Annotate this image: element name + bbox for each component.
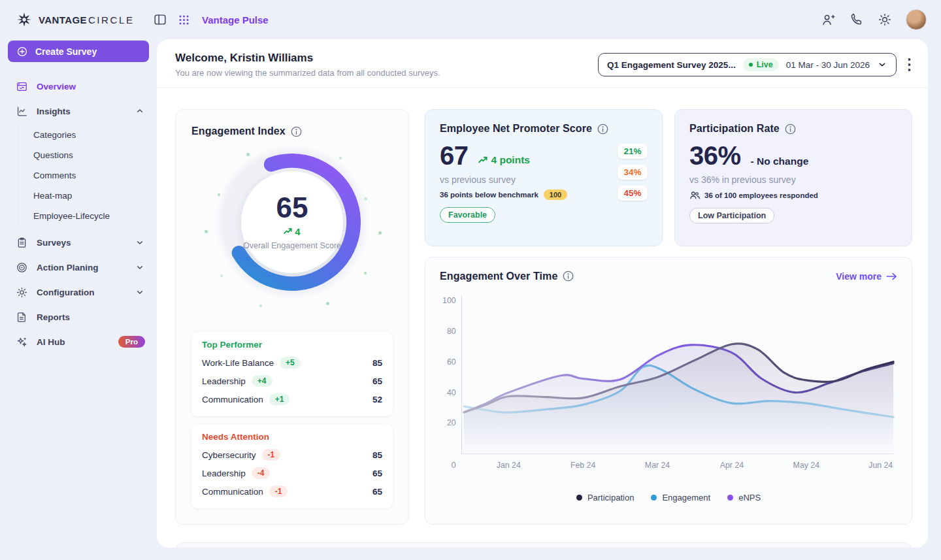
topbar: VANTAGECIRCLE Vantage Pulse [0, 0, 941, 39]
decorative-dot [339, 157, 342, 159]
needs-attention-card: Needs Attention Cybersecurity -1 85 Lead… [191, 424, 393, 508]
sidebar-subitem-questions[interactable]: Questions [18, 145, 157, 165]
decorative-dot [364, 197, 367, 201]
sidebar-toggle-icon[interactable] [153, 12, 167, 27]
configuration-icon [16, 286, 28, 299]
legend-item-enps[interactable]: eNPS [727, 493, 761, 502]
trending-up-icon [284, 227, 292, 236]
engagement-score-label: Overall Engagement Score [240, 240, 344, 252]
sidebar-item-surveys[interactable]: Surveys [0, 230, 157, 255]
chevron-down-icon[interactable] [135, 287, 145, 297]
dashboard-content: Engagement Index [157, 88, 928, 548]
sidebar-item-configuration[interactable]: Configuration [0, 280, 157, 305]
reports-icon [16, 311, 28, 323]
responded-row: 36 of 100 employees responded [689, 190, 897, 201]
info-icon[interactable] [785, 124, 796, 135]
create-survey-button[interactable]: Create Survey [8, 41, 149, 62]
sidebar: Create Survey Overview Insights Categori [0, 39, 157, 560]
survey-select[interactable]: Q1 Engagement Survey 2025... Live 01 Mar… [598, 53, 897, 76]
y-tick-label: 40 [447, 387, 456, 397]
main-panel: Welcome, Kristin Williams You are now vi… [157, 39, 928, 548]
decorative-dot [378, 231, 382, 235]
action-planning-icon [16, 261, 28, 274]
metric-value: 85 [372, 450, 382, 460]
sidebar-subitem-heat-map[interactable]: Heat-map [18, 186, 157, 206]
info-icon[interactable] [563, 271, 574, 282]
delta-badge: +4 [252, 375, 272, 387]
legend-label: Engagement [662, 493, 710, 502]
brand-name-light: CIRCLE [88, 14, 135, 25]
sidebar-item-insights[interactable]: Insights [0, 99, 157, 124]
kebab-menu-icon[interactable] [908, 58, 911, 72]
y-tick-label: 100 [442, 295, 456, 305]
x-tick-label: Jun 24 [868, 461, 893, 470]
legend-label: Participation [587, 493, 635, 502]
engagement-donut: 65 4 Overall Engagement Score [191, 139, 393, 332]
delta-badge: -1 [262, 449, 281, 461]
sidebar-item-label: AI Hub [37, 337, 65, 347]
sidebar-subitem-employee-lifecycle[interactable]: Employee-Lifecycle [18, 206, 157, 226]
sidebar-subitem-comments[interactable]: Comments [18, 165, 157, 186]
chevron-down-icon [877, 59, 887, 70]
brand-name: VANTAGECIRCLE [39, 14, 135, 25]
x-tick-label: Mar 24 [645, 461, 670, 470]
app-name[interactable]: Vantage Pulse [202, 14, 269, 25]
legend-item-participation[interactable]: Participation [576, 493, 635, 502]
avatar[interactable] [906, 9, 927, 30]
welcome-block: Welcome, Kristin Williams You are now vi… [175, 52, 440, 78]
info-icon[interactable] [291, 126, 302, 137]
decorative-dot [205, 230, 208, 233]
legend-item-engagement[interactable]: Engagement [651, 493, 710, 502]
subitem-label: Heat-map [33, 191, 72, 201]
sidebar-item-overview[interactable]: Overview [0, 74, 157, 99]
benchmark-label: 36 points below benchmark [440, 191, 538, 199]
decorative-dot [220, 274, 223, 277]
user-add-icon[interactable] [821, 12, 836, 27]
sidebar-subitem-categories[interactable]: Categories [18, 125, 157, 145]
view-more-label: View more [836, 271, 882, 282]
benchmark-value-badge: 100 [544, 189, 567, 200]
live-dot-icon [749, 63, 753, 67]
metric-label: Communication [202, 487, 263, 497]
chevron-down-icon[interactable] [135, 237, 145, 248]
metric-value: 65 [372, 376, 382, 386]
list-item: Leadership -4 65 [202, 464, 382, 482]
plus-circle-icon [16, 46, 28, 58]
list-item: Work-Life Balance +5 85 [202, 354, 382, 372]
page-title: Welcome, Kristin Williams [175, 52, 440, 65]
enps-stats: 67 4 points vs previous survey 36 points… [440, 142, 618, 223]
trending-up-icon [478, 156, 487, 165]
sidebar-item-label: Reports [37, 312, 70, 322]
list-item: Communication +1 52 [202, 390, 382, 408]
list-item: Cybersecurity -1 85 [202, 446, 382, 464]
live-status-badge: Live [743, 58, 779, 71]
main-header: Welcome, Kristin Williams You are now vi… [157, 39, 928, 88]
enps-vs-text: vs previous survey [440, 174, 618, 185]
sidebar-item-action-planing[interactable]: Action Planing [0, 255, 157, 280]
participation-score: 36% [689, 142, 741, 169]
subitem-label: Employee-Lifecycle [33, 211, 110, 221]
chevron-down-icon[interactable] [135, 262, 145, 272]
low-participation-badge: Low Participation [689, 208, 774, 223]
y-tick-label: 20 [447, 418, 456, 427]
top-performer-card: Top Performer Work-Life Balance +5 85 Le… [191, 332, 393, 416]
metric-value: 65 [372, 469, 382, 478]
insights-subtree: Categories Questions Comments Heat-map E… [18, 125, 157, 226]
enps-benchmark: 36 points below benchmark 100 [440, 189, 618, 200]
metric-label: Leadership [202, 376, 246, 386]
sidebar-item-ai-hub[interactable]: AI Hub Pro [0, 329, 157, 354]
insights-icon [16, 105, 28, 118]
donut-center: 65 4 Overall Engagement Score [240, 193, 344, 252]
sidebar-item-label: Insights [37, 107, 71, 116]
pro-badge: Pro [118, 336, 145, 348]
origin-label: 0 [452, 461, 456, 470]
view-more-link[interactable]: View more [836, 271, 897, 282]
chevron-up-icon[interactable] [135, 106, 145, 116]
apps-grid-icon[interactable] [178, 14, 190, 26]
engagement-over-time-chart: 100806040200Jan 24Feb 24Mar 24Apr 24May … [440, 290, 897, 480]
settings-icon[interactable] [878, 12, 892, 27]
info-icon[interactable] [597, 124, 608, 135]
phone-icon[interactable] [850, 12, 864, 27]
sidebar-item-reports[interactable]: Reports [0, 305, 157, 329]
delta-badge: +5 [280, 357, 301, 369]
